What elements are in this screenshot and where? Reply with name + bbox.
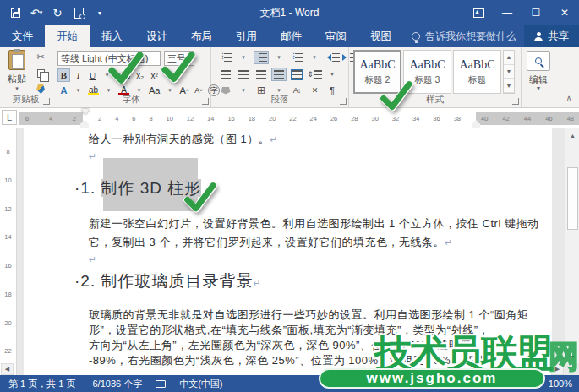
first-line-indent-marker[interactable] (81, 109, 90, 115)
numbering-button[interactable] (254, 51, 269, 64)
line-spacing-button[interactable]: ⇕ (307, 68, 322, 81)
align-left-button[interactable] (218, 68, 233, 81)
copy-icon[interactable] (34, 67, 47, 79)
paragraph-line[interactable]: 它，复制出 3 个，并将它们罗列起来，设置好它们的填充色，无线条。↵ (89, 235, 453, 250)
font-dialog-launcher[interactable] (202, 98, 209, 105)
tab-layout[interactable]: 布局 (179, 25, 224, 47)
decrease-indent-button[interactable] (325, 51, 340, 64)
save-icon[interactable] (8, 7, 22, 19)
paragraph-line[interactable]: 新建一张空白幻灯片，设置好背景色。利用自选图形绘制出 1 个立方体，按住 Ctr… (89, 216, 538, 231)
tab-mailings[interactable]: 邮件 (269, 25, 314, 47)
tell-me-box[interactable]: 告诉我你想要做什么 (412, 25, 516, 47)
search-icon (535, 57, 542, 64)
paragraph-line[interactable]: 方向为“从左上角”，左光圈颜色为“深灰色，深色 90%”、位置为 0%、透明度 (89, 338, 472, 353)
distribute-button[interactable] (289, 68, 304, 81)
paragraph-text: 玻璃质的背景无非就是对自选图形进行一些巧妙的设置。利用自选图形绘制 1 个“圆角… (89, 308, 528, 321)
scroll-right-icon[interactable]: ▶ (551, 363, 564, 375)
lightbulb-icon (412, 32, 420, 41)
print-preview-icon[interactable] (72, 7, 85, 19)
style-preview: AaBbC (410, 58, 445, 72)
document-page[interactable]: 给人一种别有洞天的感觉（图 1）。↵ ↵ ·1. 制作 3D 柱形 新建一张空白… (24, 128, 552, 375)
scroll-up-icon[interactable]: ▲ (565, 128, 579, 142)
ribbon-display-options-icon[interactable] (464, 0, 493, 25)
clipboard-dialog-launcher[interactable] (43, 98, 50, 105)
tab-view[interactable]: 视图 (358, 25, 403, 47)
line-spacing-dropdown-icon[interactable]: ▾ (325, 68, 340, 81)
tab-references[interactable]: 引用 (224, 25, 269, 47)
status-right: 100% (531, 378, 572, 389)
paste-button[interactable]: 粘贴 ▾ (3, 50, 30, 95)
cut-icon[interactable]: ✂ (34, 51, 47, 63)
paragraph-line[interactable]: -89%，右光圈颜色为“浅灰色，深色 25%”、位置为 100%、透明度 78%… (89, 353, 485, 368)
align-right-button[interactable] (254, 68, 269, 81)
scrollbar-thumb[interactable] (567, 167, 578, 230)
paste-label: 粘贴 (3, 73, 30, 85)
tab-review[interactable]: 审阅 (314, 25, 358, 47)
bullets-dropdown-icon[interactable]: ▾ (236, 51, 251, 64)
paragraph-text: 方向为“从左上角”，左光圈颜色为“深灰色，深色 90%”、位置为 0%、透明度 (89, 339, 472, 351)
clipboard-small-buttons: ✂ (34, 51, 47, 95)
numbering-dropdown-icon[interactable]: ▾ (271, 51, 287, 64)
multilevel-dropdown-icon[interactable]: ▾ (307, 51, 322, 64)
clipboard-icon (8, 50, 25, 70)
paragraph-line[interactable]: 形”，设置它的形状格式,在“填充与线条”面板,填充为“渐变填充”，类型为“射线”… (89, 323, 489, 338)
italic-button[interactable]: I (72, 68, 85, 82)
minimize-button[interactable]: — (493, 0, 522, 25)
page-indicator[interactable]: 第 1 页，共 1 页 (0, 378, 84, 390)
scroll-down-icon[interactable]: ▼ (565, 350, 579, 363)
bullets-button[interactable] (218, 51, 233, 64)
paragraph-line[interactable]: 玻璃质的背景无非就是对自选图形进行一些巧妙的设置。利用自选图形绘制 1 个“圆角… (89, 308, 528, 323)
ruler-text-area: 2468101214161820222426283032343638 (83, 112, 476, 125)
paragraph-line[interactable]: 给人一种别有洞天的感觉（图 1）。↵ (89, 132, 278, 147)
document-area: 810121416182022 给人一种别有洞天的感觉（图 1）。↵ ↵ ·1.… (0, 128, 579, 375)
style-heading[interactable]: AaBbC 标题 (453, 50, 501, 94)
tab-file[interactable]: 文件 (0, 25, 45, 47)
paragraph-row-2: ⇕ ▾ (218, 68, 340, 81)
vertical-ruler[interactable]: 810121416182022 (0, 128, 17, 375)
paste-dropdown-icon[interactable]: ▾ (3, 85, 30, 92)
share-button[interactable]: 共享 (524, 25, 579, 47)
styles-group-label: 样式 (349, 94, 521, 106)
empty-paragraph[interactable]: ↵ (89, 150, 97, 162)
tab-design[interactable]: 设计 (134, 25, 179, 47)
collapse-ribbon-icon[interactable]: ∧ (562, 92, 576, 104)
pilcrow-mark: ↵ (445, 237, 453, 248)
heading-2[interactable]: ·2. 制作玻璃质目录背景↵ (74, 270, 262, 292)
horizontal-ruler[interactable]: 642 2468101214161820222426283032343638 4… (19, 112, 579, 125)
customize-qat-icon[interactable]: ▾ (93, 7, 107, 19)
bold-button[interactable]: B (57, 68, 70, 82)
scroll-left-icon[interactable]: ◀ (1, 363, 14, 375)
style-name: 标题 3 (415, 74, 440, 86)
vertical-scrollbar[interactable]: ▲ ▼ (565, 128, 579, 363)
heading-text: ·2. 制作玻璃质目录背景 (74, 272, 253, 290)
annotation-check-heading (181, 180, 218, 215)
ruler-right-margin: 4042444648 (476, 112, 579, 125)
tab-home[interactable]: 开始 (45, 25, 90, 47)
paragraph-dialog-launcher[interactable] (340, 98, 347, 105)
align-center-button[interactable] (236, 68, 251, 81)
styles-scroll-down-icon[interactable]: ▼ (504, 65, 514, 79)
find-button[interactable] (527, 51, 550, 71)
redo-icon[interactable]: ↻ (51, 7, 64, 19)
multilevel-list-button[interactable] (289, 51, 304, 64)
close-button[interactable]: ✕ (550, 0, 579, 25)
justify-button[interactable] (271, 68, 287, 81)
undo-icon[interactable]: ↶▾ (30, 7, 43, 19)
language-indicator[interactable]: 中文(中国) (171, 378, 231, 390)
maximize-button[interactable]: ☐ (522, 0, 550, 25)
tab-stop-selector[interactable]: L (2, 110, 17, 125)
zoom-level[interactable]: 100% (549, 378, 572, 389)
underline-button[interactable]: U (86, 68, 99, 82)
styles-scroll-up-icon[interactable]: ▲ (504, 51, 514, 65)
annotation-check-size (159, 49, 196, 86)
read-mode-icon[interactable] (531, 380, 540, 388)
styles-dialog-launcher[interactable] (512, 98, 519, 105)
editing-dropdown-icon[interactable]: ▾ (522, 84, 555, 92)
empty-paragraph[interactable]: ↵ (89, 253, 97, 265)
styles-group: AaBbC 标题 2 AaBbC 标题 3 AaBbC 标题 ▲ ▼ ▼ 样式 (349, 47, 522, 107)
editing-group: 编辑 ▾ (522, 47, 555, 107)
word-count[interactable]: 6/1036 个字 (84, 378, 150, 390)
proofing-icon[interactable] (156, 380, 166, 388)
styles-more-icon[interactable]: ▼ (504, 79, 514, 93)
tab-insert[interactable]: 插入 (90, 25, 134, 47)
